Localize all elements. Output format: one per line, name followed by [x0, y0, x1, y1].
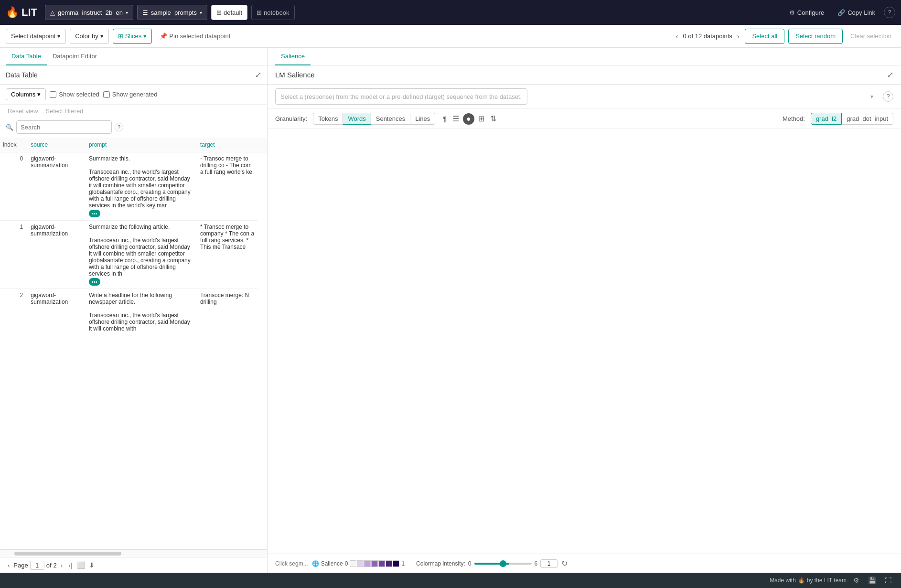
tab-salience[interactable]: Salience: [275, 48, 311, 65]
download-button[interactable]: ⬇: [88, 560, 96, 570]
model-selector[interactable]: △ gemma_instruct_2b_en ▾: [45, 5, 133, 20]
model-icon: △: [50, 9, 55, 16]
cell-target: Transoce merge: N drilling: [197, 289, 258, 335]
col-prompt[interactable]: prompt: [86, 138, 197, 152]
first-page-button[interactable]: ‹: [6, 561, 11, 570]
horizontal-scrollbar[interactable]: [0, 549, 267, 557]
cell-index: 2: [0, 289, 28, 335]
show-generated-checkbox[interactable]: [103, 91, 110, 98]
search-help-button[interactable]: ?: [115, 123, 123, 131]
data-table-controls: Columns ▾ Show selected Show generated: [0, 85, 267, 105]
method-grad-dot-button[interactable]: grad_dot_input: [842, 113, 893, 125]
colormap-value-input[interactable]: [540, 559, 558, 568]
chevron-down-icon: ▾: [37, 91, 41, 98]
pin-datapoint-button[interactable]: 📌 Pin selected datapoint: [156, 29, 234, 44]
gran-words-button[interactable]: Words: [343, 113, 371, 125]
page-input[interactable]: [30, 561, 44, 570]
help-button[interactable]: ?: [884, 7, 895, 18]
datapoints-navigator: ‹ 0 of 12 datapoints ›: [674, 32, 741, 41]
table-row[interactable]: 0 gigaword-summarization Summarize this.…: [0, 152, 267, 221]
show-selected-checkbox[interactable]: [50, 91, 56, 98]
model-name: gemma_instruct_2b_en: [58, 9, 123, 16]
search-icon: 🔍: [6, 124, 13, 131]
color-by-button[interactable]: Color by ▾: [70, 29, 108, 44]
show-selected-checkbox-label[interactable]: Show selected: [50, 91, 99, 98]
page-of: of: [46, 562, 52, 569]
dataset-selector[interactable]: ☰ sample_prompts ▾: [137, 5, 207, 20]
salience-sequence-select[interactable]: Select a (response) from the model or a …: [275, 88, 527, 105]
grid-icon-button[interactable]: ⊞: [476, 113, 486, 124]
salience-gradient: 🌐 Salience 0 1: [312, 560, 405, 567]
colormap-max: 6: [535, 560, 538, 567]
show-generated-checkbox-label[interactable]: Show generated: [103, 91, 158, 98]
more-button[interactable]: •••: [89, 210, 100, 217]
slices-grid-icon: ⊞: [118, 32, 123, 40]
cell-prompt: Write a headline for the following newsp…: [86, 289, 197, 335]
copy-link-button[interactable]: 🔗 Copy Link: [833, 7, 880, 19]
salience-expand-button[interactable]: ⤢: [887, 70, 893, 79]
expand-button[interactable]: ⤢: [255, 70, 261, 79]
method-grad-l2-button[interactable]: grad_l2: [811, 113, 842, 125]
gradient-box-2: [357, 560, 364, 567]
view-default-button[interactable]: ⊞ default: [211, 5, 247, 20]
prev-datapoint-button[interactable]: ‹: [674, 32, 680, 41]
tab-datapoint-editor[interactable]: Datapoint Editor: [47, 48, 103, 65]
color-by-label: Color by: [75, 32, 98, 40]
bottom-save-button[interactable]: 💾: [866, 576, 878, 585]
export-button[interactable]: ⬜: [76, 560, 86, 570]
settings-icon-button[interactable]: ⇅: [488, 113, 498, 124]
search-input[interactable]: [16, 120, 112, 134]
cell-prompt: Summarize the following article.Transoce…: [86, 221, 197, 289]
bottom-expand-button[interactable]: ⛶: [883, 576, 893, 585]
reset-view-button[interactable]: Reset view: [6, 107, 40, 116]
method-label: Method:: [783, 115, 805, 122]
colormap-slider[interactable]: [474, 563, 532, 565]
salience-scale-label: Salience: [321, 560, 343, 567]
gran-sentences-button[interactable]: Sentences: [371, 113, 410, 125]
colormap-label: Colormap intensity:: [416, 560, 465, 567]
columns-button[interactable]: Columns ▾: [6, 88, 46, 100]
salience-select-wrapper: Select a (response) from the model or a …: [275, 88, 879, 105]
gear-icon: ⚙: [789, 9, 795, 16]
datapoints-info: 0 of 12 datapoints: [683, 32, 732, 40]
show-selected-label: Show selected: [59, 91, 99, 98]
select-datapoint-button[interactable]: Select datapoint ▾: [6, 29, 66, 44]
link-icon: 🔗: [837, 9, 845, 16]
last-page-button[interactable]: ›|: [66, 561, 74, 570]
select-filtered-button[interactable]: Select filtered: [44, 107, 86, 116]
col-target[interactable]: target: [197, 138, 258, 152]
circle-icon-button[interactable]: ●: [463, 113, 474, 125]
gran-tokens-button[interactable]: Tokens: [313, 113, 343, 125]
gran-lines-button[interactable]: Lines: [410, 113, 435, 125]
select-random-button[interactable]: Select random: [788, 29, 843, 44]
tab-data-table[interactable]: Data Table: [6, 48, 47, 65]
configure-button[interactable]: ⚙ Configure: [784, 7, 829, 19]
next-datapoint-button[interactable]: ›: [735, 32, 741, 41]
salience-help-button[interactable]: ?: [883, 91, 893, 102]
slices-button[interactable]: ⊞ Slices ▾: [113, 29, 152, 44]
col-index: index: [0, 138, 28, 152]
more-button[interactable]: •••: [89, 278, 100, 286]
chevron-down-icon: ▾: [143, 32, 147, 40]
bottom-settings-button[interactable]: ⚙: [851, 576, 861, 585]
paragraph-icon-button[interactable]: ¶: [441, 114, 449, 124]
table-row[interactable]: 2 gigaword-summarization Write a headlin…: [0, 289, 267, 335]
view-notebook-button[interactable]: ⊞ notebook: [251, 5, 295, 20]
table-row[interactable]: 1 gigaword-summarization Summarize the f…: [0, 221, 267, 289]
col-scroll: [258, 138, 267, 152]
clear-selection-button[interactable]: Clear selection: [847, 30, 895, 42]
next-page-button[interactable]: ›: [59, 561, 64, 570]
pin-icon: 📌: [160, 32, 167, 40]
cell-prompt: Summarize this.Transocean inc., the worl…: [86, 152, 197, 221]
gradient-box-4: [371, 560, 378, 567]
select-all-button[interactable]: Select all: [745, 29, 784, 44]
bottom-bar: Made with 🔥 by the LIT team ⚙ 💾 ⛶: [0, 573, 901, 588]
refresh-button[interactable]: ↻: [560, 558, 568, 569]
cell-target: - Transoc merge to drilling co - The com…: [197, 152, 258, 221]
list-icon-button[interactable]: ☰: [450, 113, 461, 124]
pin-label: Pin selected datapoint: [169, 32, 230, 40]
chevron-down-icon: ▾: [126, 10, 128, 15]
col-source[interactable]: source: [28, 138, 86, 152]
cell-index: 1: [0, 221, 28, 289]
columns-label: Columns: [11, 91, 35, 98]
